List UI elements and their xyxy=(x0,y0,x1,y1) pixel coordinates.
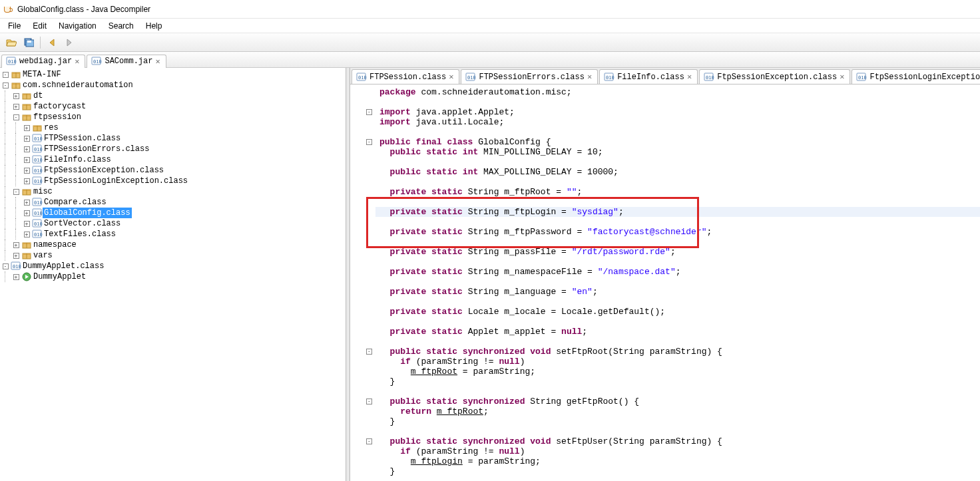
fold-toggle[interactable]: - xyxy=(366,399,372,404)
toggle-icon[interactable]: + xyxy=(21,122,32,133)
tree-row[interactable]: +vars xyxy=(0,250,346,261)
code-line[interactable]: } xyxy=(375,466,980,476)
code-line[interactable]: import java.applet.Applet; xyxy=(375,107,980,117)
code-line[interactable] xyxy=(375,317,980,327)
code-line[interactable] xyxy=(375,197,980,207)
code-line[interactable] xyxy=(375,217,980,227)
code-line[interactable]: } xyxy=(375,377,980,387)
toggle-icon[interactable]: + xyxy=(21,165,32,176)
tree-row[interactable]: +010FileInfo.class xyxy=(0,154,346,165)
forward-button[interactable] xyxy=(62,35,77,50)
code-line[interactable]: if (paramString != null) xyxy=(375,357,980,367)
menu-file[interactable]: File xyxy=(3,20,26,32)
tree[interactable]: -META-INF-com.schneiderautomation+dt+fac… xyxy=(0,68,346,283)
tree-row[interactable]: -META-INF xyxy=(0,69,346,80)
editor-body[interactable]: ----- package com.schneiderautomation.mi… xyxy=(350,84,980,481)
back-button[interactable] xyxy=(45,35,59,50)
tree-row[interactable]: +010GlobalConfig.class xyxy=(0,208,346,218)
toggle-icon[interactable]: + xyxy=(21,154,32,165)
code-line[interactable] xyxy=(375,157,980,167)
editor-tab[interactable]: 010FtpSessionLoginException.class ✕ xyxy=(852,69,980,84)
toggle-icon[interactable]: - xyxy=(0,69,11,80)
menu-help[interactable]: Help xyxy=(140,20,168,32)
code-line[interactable]: public static int MAX_POLLING_DELAY = 10… xyxy=(375,167,980,177)
toggle-icon[interactable]: + xyxy=(21,197,32,208)
editor-tab[interactable]: 010FTPSession.class ✕ xyxy=(352,69,459,84)
code-line[interactable]: public static synchronized void setFtpUs… xyxy=(375,436,980,446)
code-line[interactable] xyxy=(375,387,980,397)
tree-row[interactable]: +010Compare.class xyxy=(0,197,346,208)
tree-row[interactable]: -com.schneiderautomation xyxy=(0,80,346,90)
editor-tab[interactable]: 010FtpSessionException.class ✕ xyxy=(699,69,850,84)
tree-row[interactable]: +010FtpSessionLoginException.class xyxy=(0,176,346,186)
toggle-icon[interactable]: + xyxy=(11,250,21,261)
toggle-icon[interactable]: + xyxy=(21,176,32,186)
jar-tab[interactable]: 010SAComm.jar ✕ xyxy=(87,55,166,68)
close-icon[interactable]: ✕ xyxy=(155,57,160,67)
tree-row[interactable]: +010SortVector.class xyxy=(0,218,346,229)
code-line[interactable]: private static String m_ftpRoot = ""; xyxy=(375,187,980,197)
code-line[interactable] xyxy=(375,97,980,107)
tree-row[interactable]: +factorycast xyxy=(0,101,346,112)
code-line[interactable] xyxy=(375,257,980,267)
code-line[interactable]: m_ftpRoot = paramString; xyxy=(375,367,980,377)
toggle-icon[interactable]: - xyxy=(0,261,11,271)
fold-toggle[interactable]: - xyxy=(366,349,372,355)
editor-tab[interactable]: 010FTPSessionErrors.class ✕ xyxy=(461,69,598,84)
code-area[interactable]: package com.schneiderautomation.misc; im… xyxy=(374,84,980,481)
close-icon[interactable]: ✕ xyxy=(840,72,844,82)
tree-row[interactable]: -ftpsession xyxy=(0,112,346,122)
code-line[interactable]: private static String m_ftpPassword = "f… xyxy=(375,227,980,237)
code-line[interactable] xyxy=(375,177,980,187)
toggle-icon[interactable]: + xyxy=(21,208,32,218)
code-line[interactable]: public static synchronized String getFtp… xyxy=(375,397,980,406)
code-line[interactable]: private static Locale m_locale = Locale.… xyxy=(375,307,980,317)
toggle-icon[interactable]: - xyxy=(11,186,21,197)
fold-toggle[interactable]: - xyxy=(366,109,372,115)
toggle-icon[interactable]: - xyxy=(0,80,11,90)
code-line[interactable]: m_ftpLogin = paramString; xyxy=(375,456,980,466)
toggle-icon[interactable]: - xyxy=(11,112,21,122)
tree-row[interactable]: -010DummyApplet.class xyxy=(0,261,346,271)
code-line[interactable] xyxy=(375,277,980,287)
toggle-icon[interactable]: + xyxy=(21,229,32,240)
code-line[interactable]: import java.util.Locale; xyxy=(375,117,980,127)
code-line[interactable]: public static int MIN_POLLING_DELAY = 10… xyxy=(375,147,980,157)
tree-row[interactable]: -misc xyxy=(0,186,346,197)
code-line[interactable]: } xyxy=(375,416,980,426)
fold-gutter[interactable]: ----- xyxy=(365,84,374,481)
code-line[interactable]: public static synchronized void setFtpRo… xyxy=(375,347,980,357)
package-explorer[interactable]: -META-INF-com.schneiderautomation+dt+fac… xyxy=(0,68,346,481)
code-line[interactable] xyxy=(375,297,980,307)
toggle-icon[interactable]: + xyxy=(21,133,32,144)
tree-row[interactable]: +namespace xyxy=(0,240,346,250)
editor-tab[interactable]: 010FileInfo.class ✕ xyxy=(599,69,698,84)
code-line[interactable]: private static String m_ftpLogin = "sysd… xyxy=(375,207,980,217)
jar-tab[interactable]: 010webdiag.jar ✕ xyxy=(1,55,85,68)
close-icon[interactable]: ✕ xyxy=(75,57,79,67)
toggle-icon[interactable]: + xyxy=(11,101,21,112)
code-line[interactable]: private static String m_language = "en"; xyxy=(375,287,980,297)
code-line[interactable]: return m_ftpRoot; xyxy=(375,406,980,416)
tree-row[interactable]: +DummyApplet xyxy=(0,271,346,282)
tree-row[interactable]: +010FTPSessionErrors.class xyxy=(0,144,346,154)
tree-row[interactable]: +dt xyxy=(0,90,346,101)
tree-row[interactable]: +res xyxy=(0,122,346,133)
open-button[interactable] xyxy=(4,35,19,50)
close-icon[interactable]: ✕ xyxy=(449,72,453,82)
toggle-icon[interactable]: + xyxy=(21,218,32,229)
save-all-button[interactable] xyxy=(21,35,36,50)
code-line[interactable] xyxy=(375,127,980,137)
code-line[interactable] xyxy=(375,237,980,247)
tree-row[interactable]: +010FTPSession.class xyxy=(0,133,346,144)
menu-edit[interactable]: Edit xyxy=(27,20,52,32)
toggle-icon[interactable]: + xyxy=(11,90,21,101)
tree-row[interactable]: +010FtpSessionException.class xyxy=(0,165,346,176)
code-line[interactable]: private static String m_passFile = "/rdt… xyxy=(375,247,980,257)
fold-toggle[interactable]: - xyxy=(366,139,372,145)
tree-row[interactable]: +010TextFiles.class xyxy=(0,229,346,240)
menu-navigation[interactable]: Navigation xyxy=(53,20,102,32)
code-line[interactable]: if (paramString != null) xyxy=(375,446,980,456)
code-line[interactable]: public final class GlobalConfig { xyxy=(375,137,980,147)
code-line[interactable]: package com.schneiderautomation.misc; xyxy=(375,87,980,97)
